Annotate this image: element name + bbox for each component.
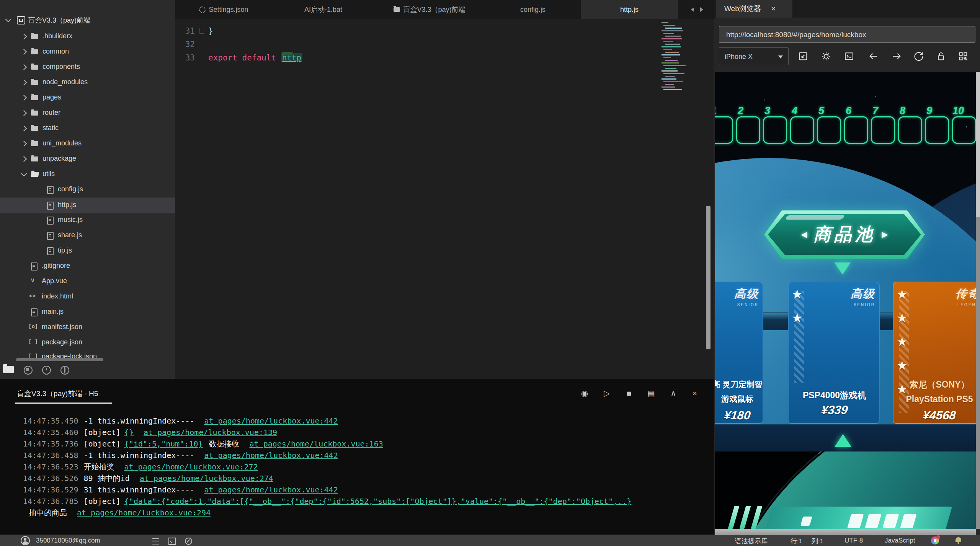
source-link[interactable]: at pages/home/luckbox.vue:274	[140, 474, 273, 483]
collapse-icon[interactable]: ∧	[667, 389, 680, 398]
prize-slot[interactable]	[817, 116, 841, 144]
chevron-down-icon[interactable]	[21, 171, 27, 177]
preview-icon[interactable]	[168, 538, 176, 545]
chevron-down-icon[interactable]	[5, 16, 11, 23]
tab-scroll-right-icon[interactable]	[700, 7, 703, 12]
tree-item-uni-modules[interactable]: uni_modules	[0, 136, 175, 151]
chevron-right-icon[interactable]	[21, 156, 27, 162]
product-card[interactable]: ★★★★★ 传奇LEGEND 索尼（SONY）PlayStation PS5 ¥…	[893, 282, 976, 424]
url-input[interactable]: http://localhost:8080/#/pages/home/luckb…	[719, 26, 975, 43]
browser-scrollbar-thumb[interactable]	[976, 72, 980, 217]
forward-icon[interactable]	[891, 51, 902, 62]
clear-icon[interactable]: ×	[688, 389, 701, 398]
explorer-panel-icon[interactable]	[3, 366, 14, 373]
editor-vertical-scrollbar[interactable]	[706, 206, 710, 349]
source-link[interactable]: at pages/home/luckbox.vue:294	[77, 508, 211, 517]
arrow-right-icon[interactable]: ▶	[882, 230, 888, 240]
chevron-right-icon[interactable]	[21, 80, 27, 86]
tree-item-index-html[interactable]: <>index.html	[0, 289, 175, 304]
bell-icon[interactable]	[956, 537, 961, 542]
outline-icon[interactable]	[152, 538, 159, 544]
prize-slot[interactable]	[844, 116, 868, 144]
tree-item-common[interactable]: common	[0, 44, 175, 59]
cursor-col-status[interactable]: 列:1	[812, 537, 823, 546]
tree-item-pages[interactable]: pages	[0, 90, 175, 105]
console-tab[interactable]: 盲盒V3.3（pay)前端 - H5	[15, 387, 112, 404]
tree-item-gitignore[interactable]: .gitignore	[0, 258, 175, 274]
browser-tab[interactable]: Web浏览器 ×	[716, 0, 792, 18]
tree-item-package-lock-json[interactable]: [ ]package-lock.json	[0, 349, 175, 364]
prize-slot[interactable]	[790, 116, 814, 144]
encoding-status[interactable]: UTF-8	[844, 537, 863, 544]
tree-item-app-vue[interactable]: VApp.vue	[0, 274, 175, 289]
code-line[interactable]: 32	[175, 38, 713, 51]
chevron-right-icon[interactable]	[21, 141, 27, 147]
chevron-right-icon[interactable]	[21, 95, 27, 101]
explorer-horizontal-scrollbar[interactable]	[16, 358, 103, 361]
prize-slot[interactable]	[898, 116, 922, 144]
object-link[interactable]: {"data":{"code":1,"data":[{"__ob__":{"de…	[124, 497, 632, 506]
account-email[interactable]: 3500710050@qq.com	[36, 537, 100, 544]
code-line[interactable]: 31 }	[175, 24, 713, 38]
tree-item-tip-js[interactable]: tip.js	[0, 243, 175, 258]
tree-item-manifest-json[interactable]: [o]manifest.json	[0, 319, 175, 335]
tree-item-hbuilderx[interactable]: .hbuilderx	[0, 29, 175, 44]
browser-horizontal-scrollbar[interactable]	[715, 529, 976, 535]
settings-gear-icon[interactable]	[821, 51, 831, 62]
account-icon[interactable]	[21, 536, 30, 545]
chevron-right-icon[interactable]	[21, 34, 27, 40]
source-link[interactable]: at pages/home/luckbox.vue:163	[250, 439, 383, 448]
goods-pool-banner[interactable]: ◀ 商品池 ▶	[764, 210, 925, 259]
code-editor[interactable]: 31 } 32 33 export default http	[175, 19, 713, 379]
prize-slot[interactable]	[736, 116, 760, 144]
source-link[interactable]: at pages/home/luckbox.vue:442	[204, 416, 338, 425]
qr-code-icon[interactable]	[958, 51, 969, 62]
project-root-item[interactable]: 盲盒V3.3（pay)前端	[0, 12, 175, 28]
back-icon[interactable]	[868, 51, 879, 62]
prize-slot[interactable]	[952, 116, 976, 144]
tree-item-components[interactable]: components	[0, 59, 175, 75]
tree-item-http-js-selected[interactable]: http.js	[0, 197, 175, 213]
debug-panel-icon[interactable]	[24, 366, 33, 375]
syntax-lib-status[interactable]: 语法提示库	[735, 537, 768, 546]
refresh-icon[interactable]	[913, 51, 924, 62]
tab-config-js[interactable]: config.js	[485, 0, 581, 19]
tree-item-share-js[interactable]: share.js	[0, 228, 175, 243]
tab-ai-start-bat[interactable]: AI启动-1.bat	[273, 0, 374, 19]
cursor-row-status[interactable]: 行:1	[791, 537, 802, 546]
minimap[interactable]	[662, 22, 691, 99]
tree-item-main-js[interactable]: main.js	[0, 304, 175, 319]
devtools-console-icon[interactable]	[844, 51, 854, 62]
arrow-left-icon[interactable]: ◀	[801, 230, 807, 240]
tab-scroll-left-icon[interactable]	[691, 7, 694, 12]
tree-item-package-json[interactable]: [ ]package.json	[0, 335, 175, 350]
tree-item-static[interactable]: static	[0, 121, 175, 136]
tree-item-config-js[interactable]: config.js	[0, 182, 175, 197]
source-link[interactable]: at pages/home/luckbox.vue:272	[124, 462, 258, 471]
run-icon[interactable]: ▷	[600, 389, 613, 398]
tree-item-unpackage[interactable]: unpackage	[0, 151, 175, 166]
product-card[interactable]: 高级SENIOR 亮 灵刀定制智游戏鼠标 ¥180	[715, 282, 763, 424]
code-line[interactable]: 33 export default http	[175, 51, 713, 65]
prize-slot[interactable]	[925, 116, 949, 144]
tab-http-js-active[interactable]: http.js	[581, 0, 678, 19]
snapshot-icon[interactable]: ▤	[645, 389, 658, 398]
source-link[interactable]: at pages/home/luckbox.vue:442	[204, 485, 338, 494]
chevron-right-icon[interactable]	[21, 125, 27, 132]
device-select[interactable]: iPhone X	[719, 47, 789, 65]
object-link[interactable]: {"id":5,"num":10}	[124, 439, 203, 448]
source-link[interactable]: at pages/home/luckbox.vue:139	[144, 428, 277, 437]
prize-slot[interactable]	[871, 116, 895, 144]
tree-item-router[interactable]: router	[0, 105, 175, 121]
bottom-action-banner[interactable]	[765, 507, 952, 529]
debug-icon[interactable]: ◉	[578, 389, 591, 398]
close-icon[interactable]: ×	[771, 4, 776, 14]
plugin-icon[interactable]	[185, 538, 192, 545]
language-status[interactable]: JavaScript	[885, 537, 915, 544]
preview-panel-icon[interactable]	[60, 366, 69, 375]
tree-item-utils[interactable]: utils	[0, 166, 175, 182]
tab-settings-json[interactable]: Settings.json	[175, 0, 273, 19]
lock-icon[interactable]	[936, 51, 946, 62]
stop-icon[interactable]: ■	[622, 389, 635, 398]
chevron-right-icon[interactable]	[21, 110, 27, 116]
